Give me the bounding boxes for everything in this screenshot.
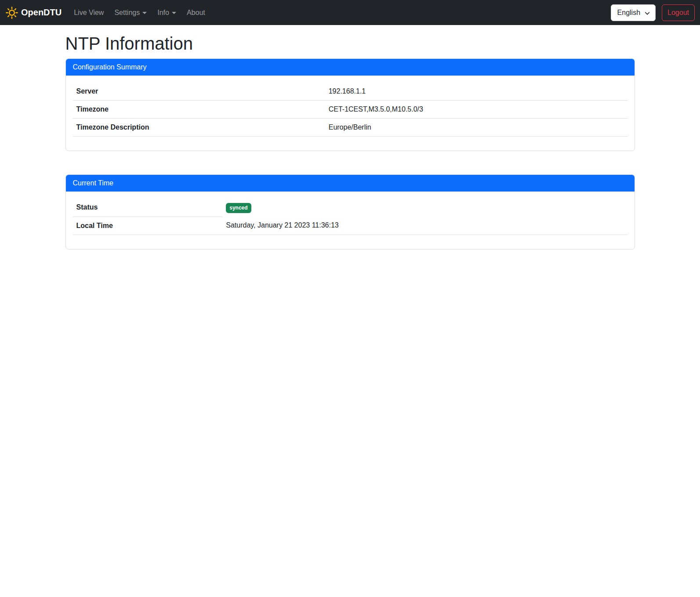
configuration-summary-table: Server 192.168.1.1 Timezone CET-1CEST,M3… (73, 83, 627, 137)
logout-button[interactable]: Logout (662, 4, 695, 21)
brand-link[interactable]: OpenDTU (5, 6, 62, 19)
status-label: Status (73, 199, 223, 217)
chevron-down-icon (172, 12, 176, 14)
language-select[interactable]: English (611, 4, 656, 21)
status-badge: synced (226, 203, 251, 213)
nav-item-live-view-label: Live View (74, 9, 104, 16)
current-time-table: Status synced Local Time Saturday, Janua… (73, 199, 627, 235)
current-time-card: Current Time Status synced Local Time Sa… (65, 174, 635, 250)
table-row: Status synced (73, 199, 627, 217)
server-value: 192.168.1.1 (325, 83, 627, 101)
table-row: Timezone CET-1CEST,M3.5.0,M10.5.0/3 (73, 101, 627, 119)
nav-links: Live View Settings Info About (69, 5, 210, 20)
language-select-value: English (617, 9, 640, 17)
server-label: Server (73, 83, 325, 101)
brand-label: OpenDTU (21, 7, 62, 18)
nav-item-about[interactable]: About (183, 5, 209, 20)
chevron-down-icon (142, 12, 147, 14)
timezone-value: CET-1CEST,M3.5.0,M10.5.0/3 (325, 101, 627, 119)
nav-item-settings[interactable]: Settings (111, 5, 150, 20)
configuration-summary-header: Configuration Summary (66, 59, 635, 76)
timezone-description-value: Europe/Berlin (325, 119, 627, 137)
sun-icon (5, 6, 21, 19)
page-title: NTP Information (65, 33, 635, 54)
current-time-body: Status synced Local Time Saturday, Janua… (66, 192, 635, 249)
main-content: NTP Information Configuration Summary Se… (60, 33, 640, 250)
nav-item-live-view[interactable]: Live View (70, 5, 107, 20)
nav-item-settings-label: Settings (114, 9, 140, 16)
timezone-label: Timezone (73, 101, 325, 119)
configuration-summary-card: Configuration Summary Server 192.168.1.1… (65, 58, 635, 151)
nav-item-info-label: Info (157, 9, 169, 16)
status-value-cell: synced (222, 199, 627, 217)
navbar-left: OpenDTU Live View Settings Info About (5, 5, 210, 20)
configuration-summary-body: Server 192.168.1.1 Timezone CET-1CEST,M3… (66, 76, 635, 151)
timezone-description-label: Timezone Description (73, 119, 325, 137)
nav-item-about-label: About (187, 9, 205, 16)
navbar-right: English Logout (611, 4, 695, 21)
current-time-header: Current Time (66, 175, 635, 192)
local-time-value: Saturday, January 21 2023 11:36:13 (222, 217, 627, 235)
table-row: Timezone Description Europe/Berlin (73, 119, 627, 137)
table-row: Local Time Saturday, January 21 2023 11:… (73, 217, 627, 235)
local-time-label: Local Time (73, 217, 223, 235)
nav-item-info[interactable]: Info (154, 5, 180, 20)
top-navbar: OpenDTU Live View Settings Info About En… (0, 0, 700, 25)
chevron-down-icon (644, 10, 650, 16)
table-row: Server 192.168.1.1 (73, 83, 627, 101)
